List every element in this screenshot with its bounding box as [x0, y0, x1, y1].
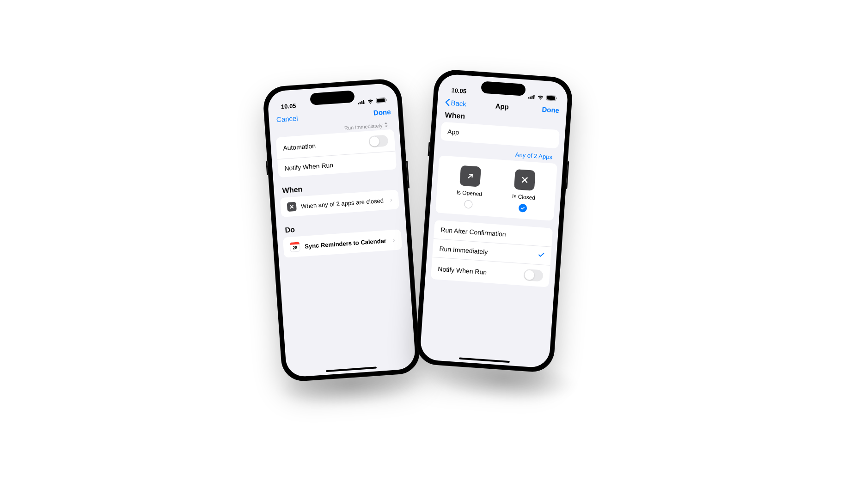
svg-rect-10	[533, 95, 535, 99]
svg-rect-12	[547, 96, 556, 100]
svg-rect-5	[377, 98, 385, 103]
svg-rect-2	[361, 101, 363, 104]
svg-rect-0	[358, 103, 359, 104]
do-action: Sync Reminders to Calendar	[305, 237, 387, 250]
screen: 10.05 Cancel Done	[267, 83, 416, 378]
svg-rect-3	[363, 100, 364, 104]
done-button[interactable]: Done	[542, 105, 560, 114]
app-closed-icon	[287, 202, 297, 212]
status-time: 10.05	[451, 87, 467, 95]
when-desc: When any of 2 apps are closed	[301, 197, 384, 209]
check-icon	[520, 206, 526, 211]
is-opened-label: Is Opened	[456, 189, 482, 197]
screen: 10.05 Back App	[420, 73, 569, 368]
open-close-card: Is Opened Is Closed	[435, 155, 557, 221]
arrow-up-right-icon	[459, 165, 481, 187]
svg-rect-7	[528, 97, 529, 98]
run-mode-label: Run Immediately	[344, 122, 383, 131]
updown-icon	[384, 122, 388, 128]
app-row-label: App	[447, 128, 459, 136]
check-icon	[538, 251, 544, 260]
svg-rect-9	[532, 96, 533, 99]
wifi-icon	[367, 98, 374, 104]
automation-card: Automation Notify When Run	[276, 129, 397, 178]
battery-icon	[546, 95, 557, 101]
battery-icon	[376, 97, 387, 104]
automation-label: Automation	[283, 142, 316, 152]
chevron-right-icon: ›	[390, 196, 392, 203]
chevron-left-icon	[445, 98, 450, 106]
chevron-right-icon: ›	[392, 236, 395, 244]
wifi-icon	[537, 94, 544, 100]
run-immediately-label: Run Immediately	[439, 244, 488, 255]
phone-mockup-right: 10.05 Back App	[415, 68, 574, 373]
is-closed-choice[interactable]: Is Closed	[511, 169, 537, 213]
svg-rect-8	[530, 97, 531, 99]
is-opened-choice[interactable]: Is Opened	[455, 165, 484, 209]
back-button[interactable]: Back	[445, 98, 466, 107]
is-opened-radio[interactable]	[464, 200, 473, 208]
svg-rect-6	[386, 99, 387, 101]
svg-rect-13	[556, 98, 557, 99]
cellular-icon	[528, 94, 535, 99]
is-closed-radio[interactable]	[519, 204, 527, 213]
app-selection-link[interactable]: Any of 2 Apps	[515, 151, 552, 161]
done-button[interactable]: Done	[373, 107, 391, 116]
notify-when-run-label: Notify When Run	[438, 265, 487, 275]
automation-toggle[interactable]	[368, 135, 389, 148]
notify-label: Notify When Run	[284, 161, 334, 171]
home-indicator[interactable]	[326, 366, 377, 372]
run-after-confirmation-label: Run After Confirmation	[440, 226, 506, 238]
phone-mockup-left: 10.05 Cancel Done	[262, 78, 421, 382]
cellular-icon	[357, 99, 365, 104]
home-indicator[interactable]	[459, 357, 510, 363]
svg-rect-1	[360, 102, 361, 104]
notify-toggle[interactable]	[523, 269, 544, 282]
cancel-button[interactable]: Cancel	[276, 114, 298, 123]
calendar-icon: 28	[290, 241, 300, 252]
status-time: 10.05	[281, 102, 297, 110]
is-closed-label: Is Closed	[512, 193, 536, 201]
run-options-card: Run After Confirmation Run Immediately N…	[431, 220, 553, 287]
x-icon	[514, 169, 536, 191]
